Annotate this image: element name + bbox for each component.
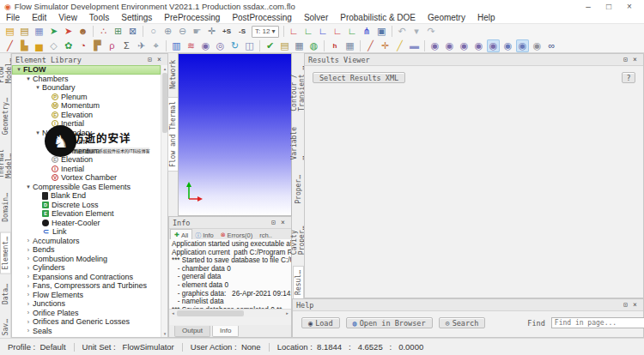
view-axis-iso-icon[interactable]: ⋔ <box>361 25 374 38</box>
fit-view-icon[interactable]: ✛ <box>205 25 218 38</box>
tree-item-compressible-gas-elements[interactable]: ▾Compressible Gas Elements <box>12 183 161 192</box>
tree-item-momentum[interactable]: MMomentum <box>12 147 161 156</box>
tree-caret[interactable]: › <box>24 283 33 289</box>
import-network-icon[interactable]: ➤ <box>47 25 60 38</box>
minimize-button[interactable]: – <box>578 1 598 13</box>
tree-item-inertial[interactable]: IInertial <box>12 165 161 174</box>
tree-caret[interactable]: › <box>24 238 33 244</box>
close-button[interactable]: × <box>619 1 640 13</box>
view-capture-alt-icon[interactable]: ◎ <box>214 39 227 52</box>
left-tab-sav[interactable]: Sav… <box>1 316 10 339</box>
menu-view[interactable]: View <box>52 13 83 23</box>
select-results-xml-button[interactable]: Select Results XML <box>313 72 405 83</box>
float-panel-icon[interactable]: ⊡ <box>621 301 630 309</box>
refresh-icon[interactable]: ↻ <box>228 39 241 52</box>
3d-viewport[interactable] <box>178 53 292 216</box>
display-settings-icon[interactable]: ▣ <box>375 25 388 38</box>
tree-caret[interactable]: › <box>24 310 33 316</box>
menu-postprocessing[interactable]: PostProcessing <box>226 13 297 23</box>
tree-item-elevation[interactable]: EElevation <box>12 155 161 165</box>
tree-item-elevation-element[interactable]: EElevation Element <box>12 209 161 219</box>
zoom-window-icon[interactable]: ○ <box>147 25 160 38</box>
view-option-5-icon[interactable]: ◉ <box>487 39 500 52</box>
view-axis-yz-icon[interactable]: ∟ <box>302 25 315 38</box>
undo-icon[interactable]: ↶ <box>396 25 409 38</box>
tree-caret[interactable]: › <box>24 319 33 325</box>
view-option-1-icon[interactable]: ◉ <box>428 39 441 52</box>
menu-settings[interactable]: Settings <box>115 13 158 23</box>
scroll-left-icon[interactable]: ◂ <box>169 310 177 317</box>
cube-icon[interactable]: ◇ <box>47 39 60 52</box>
tree-item-cylinders[interactable]: ›Cylinders <box>12 263 161 273</box>
view-lock-icon[interactable]: ◉ <box>531 39 544 52</box>
undo-dropdown-arrow[interactable]: ▾ <box>410 25 423 38</box>
tree-caret[interactable]: ▾ <box>24 75 33 82</box>
scrollbar-thumb[interactable] <box>177 310 244 316</box>
tree-item-discrete-loss[interactable]: DDiscrete Loss <box>12 201 161 210</box>
left-tab-element[interactable]: Element… <box>1 233 10 274</box>
web-help-icon[interactable]: ◍ <box>307 39 320 52</box>
tree-item-orifice-plates[interactable]: ›Orifice Plates <box>12 309 161 318</box>
float-panel-icon[interactable]: ⊡ <box>145 56 155 63</box>
tree-item-combustion-modeling[interactable]: ›Combustion Modeling <box>12 255 161 264</box>
view-option-2-icon[interactable]: ◉ <box>443 39 456 52</box>
export-network-icon[interactable]: ➤ <box>62 25 75 38</box>
viewport-tab-flow-and-thermal[interactable]: Flow and Thermal <box>168 98 178 171</box>
float-panel-icon[interactable]: ⊡ <box>269 219 278 226</box>
axis-tool-icon[interactable]: ✛ <box>379 39 392 52</box>
aircraft-icon[interactable]: ✈ <box>135 39 148 52</box>
select-nodes-icon[interactable]: ∴ <box>97 25 110 38</box>
data-table-icon[interactable]: ▦ <box>293 39 306 52</box>
menu-help[interactable]: Help <box>471 13 501 23</box>
scroll-right-icon[interactable]: ▸ <box>283 310 291 317</box>
scale-down-icon[interactable]: -S <box>235 25 249 38</box>
view-option-4-icon[interactable]: ◉ <box>472 39 485 52</box>
text-size-dropdown[interactable]: T: 12 ▾ <box>252 26 279 38</box>
find-input[interactable] <box>551 317 644 328</box>
measure-yellow-icon[interactable]: ╱ <box>393 39 406 52</box>
save-model-icon[interactable]: ▦ <box>33 25 46 38</box>
tree-caret[interactable]: › <box>24 265 33 271</box>
close-panel-icon[interactable]: × <box>630 301 640 309</box>
tree-item-blank-end[interactable]: Blank End <box>12 191 161 201</box>
tree-caret[interactable]: › <box>24 301 33 307</box>
sigma-icon[interactable]: Σ <box>120 39 133 52</box>
viewport-tab-network[interactable]: Network <box>168 57 178 93</box>
tree-caret[interactable]: ▾ <box>33 129 42 136</box>
element-tree-scrollbar[interactable]: ▴ ▾ <box>161 65 167 337</box>
save-view-icon[interactable]: ◫ <box>243 39 256 52</box>
redo-icon[interactable]: ↷ <box>425 25 438 38</box>
tree-item-momentum[interactable]: MMomentum <box>12 101 161 111</box>
tree-item-vortex-chamber[interactable]: VVortex Chamber <box>12 173 161 183</box>
search-button[interactable]: ⊙Search <box>439 317 486 328</box>
new-model-icon[interactable]: ▤ <box>3 25 16 38</box>
select-network-icon[interactable]: ⊠ <box>126 25 139 38</box>
tree-caret[interactable]: › <box>24 256 33 262</box>
scroll-up-icon[interactable]: ▴ <box>161 65 168 72</box>
capsule-icon[interactable]: ▬ <box>408 39 421 52</box>
tree-item-chambers[interactable]: ▾Chambers <box>12 75 161 84</box>
tree-caret[interactable]: › <box>24 274 33 280</box>
menu-probabilistic-doe[interactable]: Probabilistic & DOE <box>334 13 422 23</box>
binoculars-icon[interactable]: ∞ <box>545 39 558 52</box>
tree-item-orifices-and-generic-losses[interactable]: ›Orifices and Generic Losses <box>12 317 161 327</box>
open-in-browser-button[interactable]: ◍Open in Browser <box>346 317 433 328</box>
tree-item-non-boundary[interactable]: ▾Non-Boundary <box>12 129 161 138</box>
float-panel-icon[interactable]: ⊡ <box>621 56 630 63</box>
console-tab-output[interactable]: Output <box>174 326 210 337</box>
left-tab-geometry[interactable]: Geometry… <box>1 94 10 138</box>
tree-item-heater-cooler[interactable]: Heater-Cooler <box>12 219 161 228</box>
tree-item-bends[interactable]: ›Bends <box>12 245 161 255</box>
left-tab-domain[interactable]: Domain… <box>1 190 10 226</box>
close-panel-icon[interactable]: × <box>278 219 288 226</box>
pan-icon[interactable]: ☛ <box>191 25 204 38</box>
gauge-icon[interactable]: ◔ <box>76 39 89 52</box>
view-axis-y-icon[interactable]: ∟ <box>346 25 359 38</box>
zoom-out-icon[interactable]: ⊖ <box>176 25 189 38</box>
view-axis-zx-icon[interactable]: ∟ <box>317 25 330 38</box>
right-tab-proper[interactable]: Proper… <box>294 171 303 208</box>
palette-icon[interactable]: ✿ <box>62 39 75 52</box>
console-tab-info[interactable]: Info <box>212 326 239 337</box>
scale-up-icon[interactable]: +S <box>220 25 234 38</box>
menu-preprocessing[interactable]: PreProcessing <box>158 13 226 23</box>
